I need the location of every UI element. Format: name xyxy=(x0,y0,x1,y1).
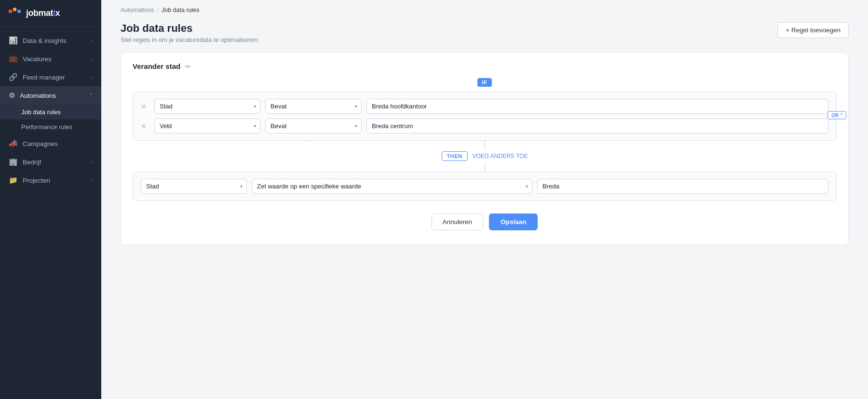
action-field-wrapper: Stad ▾ xyxy=(141,179,247,194)
action-value-input[interactable] xyxy=(537,179,828,194)
action-block: Stad ▾ Zet waarde op een specifieke waar… xyxy=(133,172,837,201)
op-select-1[interactable]: Bevat xyxy=(265,99,362,114)
sidebar-item-vacatures[interactable]: 💼 Vacatures › xyxy=(0,50,101,68)
sidebar-sub-performance-rules[interactable]: Performance rules xyxy=(0,120,101,134)
chevron-right-icon: › xyxy=(91,159,93,165)
data-insights-icon: 📊 xyxy=(9,36,18,45)
page-title-group: Job data rules Stel regels in om je vaca… xyxy=(121,22,258,43)
field-select-2[interactable]: Veld xyxy=(154,119,260,133)
sidebar-item-label: Bedrijf xyxy=(23,159,41,166)
vacatures-icon: 💼 xyxy=(9,54,18,63)
value-input-1[interactable] xyxy=(366,99,828,114)
campagnes-icon: 📣 xyxy=(9,139,18,148)
breadcrumb-parent[interactable]: Automations xyxy=(121,7,154,13)
or-badge[interactable]: OR ˅ xyxy=(827,111,846,119)
connector-line-2 xyxy=(485,163,485,172)
action-op-select[interactable]: Zet waarde op een specifieke waarde xyxy=(252,179,532,194)
then-badge: THEN xyxy=(442,151,468,161)
breadcrumb: Automations / Job data rules xyxy=(101,0,868,13)
sidebar-item-label: Data & insights xyxy=(23,37,67,44)
rule-card: Verander stad ✏ IF ✕ Stad ▾ xyxy=(121,52,849,245)
value-input-2[interactable] xyxy=(366,119,828,133)
feed-manager-icon: 🔗 xyxy=(9,73,18,81)
field-select-2-wrapper: Veld ▾ xyxy=(154,119,260,133)
condition-outer: ✕ Stad ▾ Bevat ▾ xyxy=(133,92,837,141)
edit-icon[interactable]: ✏ xyxy=(185,63,191,70)
chevron-right-icon: › xyxy=(91,74,93,80)
footer-buttons: Annuleren Opslaan xyxy=(133,213,837,230)
projecten-icon: 📁 xyxy=(9,176,18,185)
add-rule-button[interactable]: + Regel toevoegen xyxy=(777,22,849,38)
svg-rect-1 xyxy=(13,8,16,11)
sidebar-item-automations[interactable]: ⚙ Automations ˅ xyxy=(0,86,101,105)
page-header: Job data rules Stel regels in om je vaca… xyxy=(101,13,868,43)
rule-title-row: Verander stad ✏ xyxy=(133,62,837,70)
op-select-1-wrapper: Bevat ▾ xyxy=(265,99,362,114)
sidebar-sub-job-data-rules[interactable]: Job data rules xyxy=(0,105,101,120)
voeg-anders-toe-link[interactable]: VOEG ANDERS TOE xyxy=(473,153,528,160)
action-op-wrapper: Zet waarde op een specifieke waarde ▾ xyxy=(252,179,532,194)
sidebar-item-data-insights[interactable]: 📊 Data & insights › xyxy=(0,31,101,50)
rule-title: Verander stad xyxy=(133,62,180,70)
chevron-right-icon: › xyxy=(91,177,93,183)
page-title: Job data rules xyxy=(121,22,258,35)
if-badge-container: IF xyxy=(133,78,837,87)
svg-rect-0 xyxy=(9,10,12,13)
field-select-1-wrapper: Stad ▾ xyxy=(154,99,260,114)
sidebar-nav: 📊 Data & insights › 💼 Vacatures › 🔗 Feed… xyxy=(0,27,101,399)
sidebar: jobmatix 📊 Data & insights › 💼 Vacatures… xyxy=(0,0,101,399)
sidebar-item-bedrijf[interactable]: 🏢 Bedrijf › xyxy=(0,153,101,171)
page-subtitle: Stel regels in om je vacaturedata te opt… xyxy=(121,36,258,43)
sidebar-item-label: Campagnes xyxy=(23,140,58,147)
sidebar-item-campagnes[interactable]: 📣 Campagnes xyxy=(0,134,101,153)
logo-text: jobmatix xyxy=(26,8,60,18)
sidebar-item-label: Feed manager xyxy=(23,74,65,81)
logo-icon xyxy=(9,8,22,18)
condition-block: ✕ Stad ▾ Bevat ▾ xyxy=(133,92,837,141)
main-content: Automations / Job data rules Job data ru… xyxy=(101,0,868,399)
sidebar-item-label: Projecten xyxy=(23,177,50,184)
sub-item-label: Job data rules xyxy=(21,108,61,116)
breadcrumb-current: Job data rules xyxy=(162,7,200,13)
action-field-select[interactable]: Stad xyxy=(141,179,247,194)
opslaan-button[interactable]: Opslaan xyxy=(489,213,538,230)
op-select-2-wrapper: Bevat ▾ xyxy=(265,119,362,133)
chevron-right-icon: › xyxy=(91,38,93,43)
remove-condition-2-button[interactable]: ✕ xyxy=(141,122,149,130)
op-select-2[interactable]: Bevat xyxy=(265,119,362,133)
chevron-down-icon: ˅ xyxy=(90,93,93,99)
breadcrumb-separator: / xyxy=(157,7,158,13)
remove-condition-1-button[interactable]: ✕ xyxy=(141,103,149,110)
condition-row: ✕ Veld ▾ Bevat ▾ xyxy=(141,119,828,133)
sidebar-item-label: Vacatures xyxy=(23,55,52,63)
add-rule-label: + Regel toevoegen xyxy=(786,27,841,34)
sidebar-item-projecten[interactable]: 📁 Projecten › xyxy=(0,171,101,189)
connector-line xyxy=(485,141,485,149)
then-row: THEN VOEG ANDERS TOE xyxy=(133,151,837,161)
sidebar-item-label: Automations xyxy=(20,92,56,99)
automations-icon: ⚙ xyxy=(9,91,15,100)
annuleren-button[interactable]: Annuleren xyxy=(432,213,484,230)
sub-item-label: Performance rules xyxy=(21,123,72,131)
bedrijf-icon: 🏢 xyxy=(9,158,18,166)
sidebar-item-feed-manager[interactable]: 🔗 Feed manager › xyxy=(0,68,101,86)
action-row: Stad ▾ Zet waarde op een specifieke waar… xyxy=(141,179,828,194)
condition-row: ✕ Stad ▾ Bevat ▾ xyxy=(141,99,828,114)
svg-rect-2 xyxy=(17,10,21,13)
chevron-right-icon: › xyxy=(91,56,93,62)
if-badge: IF xyxy=(477,78,492,87)
field-select-1[interactable]: Stad xyxy=(154,99,260,114)
logo: jobmatix xyxy=(0,0,101,27)
